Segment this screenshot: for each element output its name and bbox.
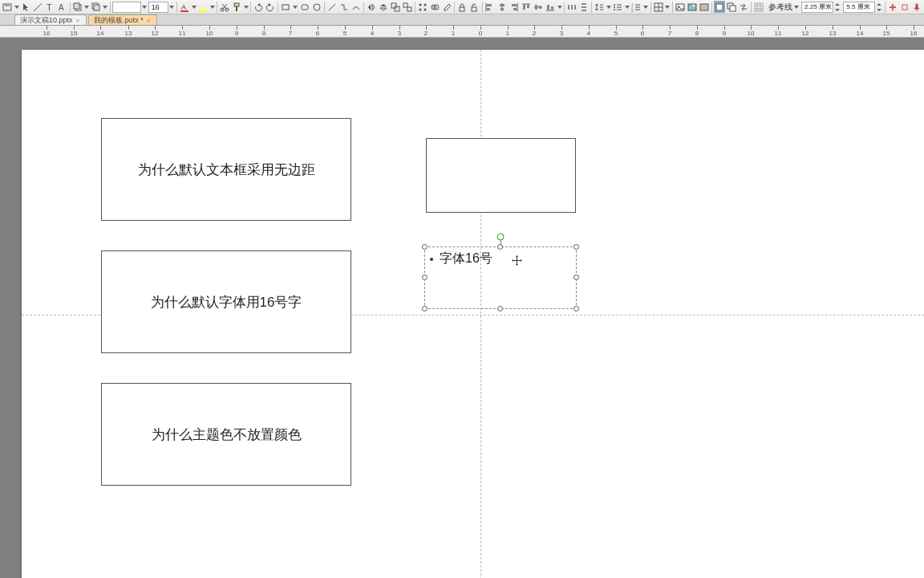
dropdown-icon[interactable]: [557, 1, 562, 13]
text-content: 为什么主题色不放置颜色: [152, 425, 302, 444]
flip-h-icon[interactable]: [366, 1, 377, 13]
picture-icon[interactable]: [675, 1, 686, 13]
dropdown-icon[interactable]: [209, 1, 215, 13]
text-frame-1[interactable]: 为什么默认文本框采用无边距: [101, 118, 351, 221]
pin-icon[interactable]: [911, 1, 922, 13]
selected-textbox[interactable]: 字体16号: [424, 246, 577, 309]
align-top-icon[interactable]: [521, 1, 532, 13]
flip-v-icon[interactable]: [378, 1, 389, 13]
dropdown-icon[interactable]: [103, 1, 108, 13]
font-color-icon[interactable]: A: [179, 1, 190, 13]
svg-rect-36: [487, 8, 490, 10]
align-bottom-icon[interactable]: [545, 1, 556, 13]
resize-handle-n[interactable]: [497, 244, 503, 250]
ruler-tick: 6: [638, 26, 646, 38]
svg-rect-81: [716, 4, 723, 10]
resize-handle-e[interactable]: [573, 275, 579, 280]
dropdown-icon[interactable]: [169, 1, 175, 13]
rotation-handle[interactable]: [496, 230, 505, 238]
dropdown-icon[interactable]: [292, 1, 298, 13]
resize-handle-sw[interactable]: [422, 306, 428, 311]
send-backward-icon[interactable]: [91, 1, 102, 13]
spinner-icon[interactable]: [876, 1, 883, 13]
shape-circle-icon[interactable]: [311, 1, 322, 13]
font-format-icon[interactable]: A: [57, 1, 68, 13]
line-spacing-icon[interactable]: [594, 1, 605, 13]
dropdown-icon[interactable]: [191, 1, 197, 13]
dropdown-icon[interactable]: [793, 1, 799, 13]
ruler-tick: 13: [124, 26, 132, 38]
text-frame-3[interactable]: 为什么主题色不放置颜色: [101, 383, 351, 486]
close-icon[interactable]: ×: [147, 16, 151, 25]
format-painter-icon[interactable]: [231, 1, 242, 13]
cut-icon[interactable]: [219, 1, 230, 13]
height-input[interactable]: 2.25 厘米: [801, 2, 833, 13]
picture2-icon[interactable]: [687, 1, 698, 13]
unlock-icon[interactable]: [468, 1, 480, 13]
curve-icon[interactable]: [351, 1, 362, 13]
dropdown-icon[interactable]: [643, 1, 649, 13]
highlight-icon[interactable]: [197, 1, 209, 13]
width-input[interactable]: 5.5 厘米: [843, 2, 874, 13]
shape-round-rect-icon[interactable]: [299, 1, 310, 13]
bullets-icon[interactable]: [612, 1, 623, 13]
dropdown-icon[interactable]: [624, 1, 630, 13]
ruler-tick: 2: [530, 26, 538, 38]
font-size-input[interactable]: 16: [148, 2, 168, 13]
resize-handle-nw[interactable]: [422, 244, 428, 250]
zoom-icon[interactable]: [886, 1, 898, 13]
dropdown-icon[interactable]: [14, 1, 19, 13]
numbering-icon[interactable]: 123: [630, 1, 642, 13]
line-tool-icon[interactable]: [32, 1, 43, 13]
guide-vertical[interactable]: [480, 50, 481, 578]
resize-handle-se[interactable]: [573, 306, 579, 311]
align-right-icon[interactable]: [509, 1, 520, 13]
select-tool-icon[interactable]: [20, 1, 31, 13]
picture3-icon[interactable]: [699, 1, 710, 13]
grid-icon[interactable]: [753, 1, 764, 13]
text-label-icon[interactable]: T: [44, 1, 55, 13]
ruler-tick: 10: [747, 26, 755, 38]
dropdown-icon[interactable]: [665, 1, 671, 13]
swap-icon[interactable]: [738, 1, 749, 13]
ruler-tick: 7: [286, 26, 294, 38]
dropdown-icon[interactable]: [84, 1, 90, 13]
lock-icon[interactable]: [456, 1, 468, 13]
shape-rect-icon[interactable]: [280, 1, 291, 13]
horizontal-ruler[interactable]: 1615141312111098765432101234567891011121…: [0, 26, 924, 38]
group-icon[interactable]: [390, 1, 401, 13]
line-tool2-icon[interactable]: [326, 1, 338, 13]
duplicate-icon[interactable]: [726, 1, 737, 13]
resize-handle-s[interactable]: [497, 306, 503, 311]
connector-icon[interactable]: [338, 1, 350, 13]
eyedropper-icon[interactable]: [441, 1, 452, 13]
font-name-input[interactable]: [112, 2, 141, 13]
spinner-icon[interactable]: [834, 1, 841, 13]
ungroup-icon[interactable]: [402, 1, 413, 13]
resize-handle-ne[interactable]: [573, 244, 579, 250]
distribute-h-icon[interactable]: [566, 1, 578, 13]
zoom2-icon[interactable]: [899, 1, 910, 13]
align-middle-icon[interactable]: [533, 1, 544, 13]
text-frame-2[interactable]: 为什么默认字体用16号字: [101, 250, 351, 353]
selection-pane-icon[interactable]: [714, 1, 725, 13]
merge-shapes-icon[interactable]: [429, 1, 440, 13]
slide-canvas[interactable]: 为什么默认文本框采用无边距 为什么默认字体用16号字 为什么主题色不放置颜色: [22, 50, 924, 578]
resize-handle-w[interactable]: [422, 275, 428, 280]
textbox-tool-icon[interactable]: [2, 1, 13, 13]
close-icon[interactable]: ×: [76, 16, 80, 25]
dropdown-icon[interactable]: [142, 1, 148, 13]
rotate-right-icon[interactable]: [265, 1, 276, 13]
empty-frame[interactable]: [426, 138, 576, 213]
tab-doc2[interactable]: 我的模板.potx * ×: [88, 14, 157, 25]
align-center-icon[interactable]: [496, 1, 508, 13]
rotate-left-icon[interactable]: [253, 1, 264, 13]
dropdown-icon[interactable]: [243, 1, 249, 13]
bring-forward-icon[interactable]: [71, 1, 83, 13]
distribute-v-icon[interactable]: [578, 1, 590, 13]
dropdown-icon[interactable]: [606, 1, 611, 13]
edit-points-icon[interactable]: [417, 1, 428, 13]
tab-doc1[interactable]: 演示文稿10.pptx ×: [14, 14, 87, 25]
table-icon[interactable]: [652, 1, 663, 13]
align-left-icon[interactable]: [484, 1, 495, 13]
